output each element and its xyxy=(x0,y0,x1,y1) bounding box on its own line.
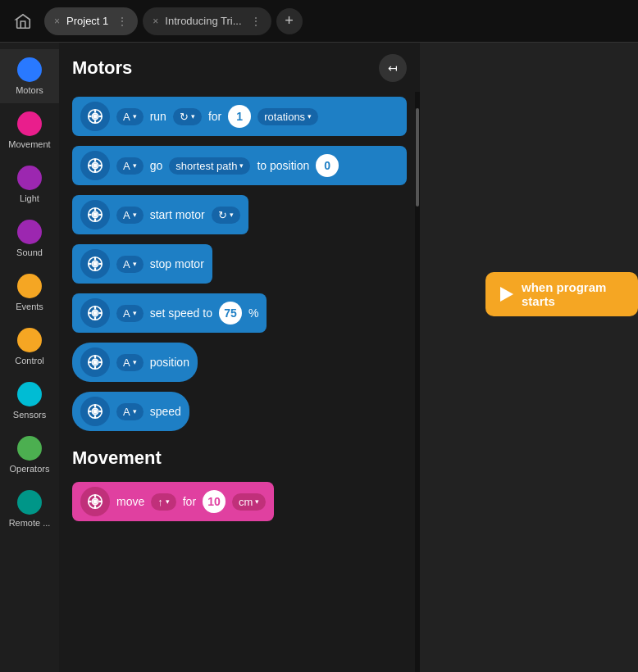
svg-point-23 xyxy=(93,262,97,266)
svg-point-9 xyxy=(93,164,97,167)
position-text: position xyxy=(150,356,189,369)
tab-close-project1[interactable]: × xyxy=(54,16,60,27)
motor-label-position: A xyxy=(123,356,130,369)
events-dot xyxy=(17,274,42,298)
sidebar-item-motors[interactable]: Motors xyxy=(0,49,59,103)
chevron-down-icon: ▾ xyxy=(133,358,137,366)
set-speed-block[interactable]: A ▾ set speed to 75 % xyxy=(72,293,267,333)
light-dot xyxy=(17,166,42,190)
motor-icon-speed xyxy=(80,298,110,328)
motor-a-dropdown-run[interactable]: A ▾ xyxy=(116,108,144,125)
percent-text: % xyxy=(248,306,258,320)
tab-introducing[interactable]: × Introducing Tri... ⋮ xyxy=(143,7,271,35)
blocks-panel: Motors ↤ xyxy=(59,43,420,672)
blocks-list: A ▾ run ↻ ▾ for 1 rotations ▾ xyxy=(59,90,420,672)
position-value[interactable]: 0 xyxy=(316,154,339,177)
sidebar-item-light[interactable]: Light xyxy=(0,157,59,211)
path-dropdown[interactable]: shortest path ▾ xyxy=(169,157,250,175)
sidebar-item-movement[interactable]: Movement xyxy=(0,103,59,157)
svg-point-2 xyxy=(93,115,97,118)
sidebar-item-events[interactable]: Events xyxy=(0,266,59,320)
tab-project1[interactable]: × Project 1 ⋮ xyxy=(44,7,138,35)
start-motor-block[interactable]: A ▾ start motor ↻ ▾ xyxy=(72,195,248,234)
motor-a-dropdown-speed[interactable]: A ▾ xyxy=(116,305,144,322)
direction-dropdown-start[interactable]: ↻ ▾ xyxy=(212,207,240,224)
rotations-label: rotations xyxy=(264,111,305,123)
chevron-down-icon: ▾ xyxy=(133,407,137,415)
collapse-icon: ↤ xyxy=(388,61,398,75)
run-block[interactable]: A ▾ run ↻ ▾ for 1 rotations ▾ xyxy=(72,97,407,136)
go-text: go xyxy=(150,159,163,172)
tab-close-introducing[interactable]: × xyxy=(153,16,158,27)
stop-motor-block[interactable]: A ▾ stop motor xyxy=(72,244,212,284)
canvas-area: when program starts xyxy=(420,43,638,672)
chevron-down-icon: ▾ xyxy=(133,211,137,219)
speed-value[interactable]: 75 xyxy=(219,302,242,325)
sidebar-label-remote: Remote ... xyxy=(9,518,51,528)
motor-a-dropdown-position[interactable]: A ▾ xyxy=(116,354,144,371)
motor-label-start: A xyxy=(123,209,130,221)
sidebar-item-remote[interactable]: Remote ... xyxy=(0,482,59,536)
unit-dropdown-move[interactable]: cm ▾ xyxy=(232,493,266,511)
direction-icon: ↻ xyxy=(180,111,189,123)
svg-point-37 xyxy=(93,361,97,364)
tab-menu-project1[interactable]: ⋮ xyxy=(116,15,128,28)
control-dot xyxy=(17,328,42,352)
sound-dot xyxy=(17,220,42,244)
add-tab-button[interactable]: + xyxy=(276,8,303,34)
position-block[interactable]: A ▾ position xyxy=(72,343,198,382)
motor-icon-move xyxy=(80,487,110,516)
for-text-run: for xyxy=(208,110,221,123)
operators-dot xyxy=(17,436,42,461)
motor-a-dropdown-go[interactable]: A ▾ xyxy=(116,157,144,175)
speed-display-block[interactable]: A ▾ speed xyxy=(72,392,189,431)
set-speed-text: set speed to xyxy=(150,306,212,320)
to-position-text: to position xyxy=(257,159,309,172)
move-block[interactable]: move ↑ ▾ for 10 cm ▾ xyxy=(72,482,274,521)
sidebar-label-light: Light xyxy=(20,193,39,203)
motor-a-dropdown-stop[interactable]: A ▾ xyxy=(116,256,144,273)
chevron-down-icon: ▾ xyxy=(255,497,259,506)
sensors-dot xyxy=(17,382,42,406)
sidebar-item-sound[interactable]: Sound xyxy=(0,211,59,266)
motor-label-go: A xyxy=(123,160,130,172)
when-program-starts-block[interactable]: when program starts xyxy=(485,272,638,316)
start-motor-text: start motor xyxy=(150,208,205,221)
remote-dot xyxy=(17,490,42,515)
direction-dropdown-run[interactable]: ↻ ▾ xyxy=(173,108,202,125)
main-layout: Motors Movement Light Sound Events Contr… xyxy=(0,43,638,672)
chevron-down-icon: ▾ xyxy=(191,112,195,120)
stop-motor-text: stop motor xyxy=(150,257,204,270)
sidebar-item-operators[interactable]: Operators xyxy=(0,428,59,482)
tab-label-project1: Project 1 xyxy=(66,15,108,27)
motor-icon-go xyxy=(80,151,110,180)
play-icon xyxy=(500,287,513,302)
sidebar-label-motors: Motors xyxy=(16,85,43,95)
sidebar-item-sensors[interactable]: Sensors xyxy=(0,374,59,428)
chevron-down-icon: ▾ xyxy=(133,112,137,120)
blocks-header: Motors ↤ xyxy=(59,43,420,90)
motor-icon-stop xyxy=(80,249,110,279)
direction-dropdown-move[interactable]: ↑ ▾ xyxy=(151,493,176,511)
chevron-down-icon: ▾ xyxy=(133,260,137,268)
for-text-move: for xyxy=(183,495,196,508)
rotations-value[interactable]: 1 xyxy=(228,105,251,128)
rotations-dropdown[interactable]: rotations ▾ xyxy=(257,108,318,125)
when-program-starts-text: when program starts xyxy=(522,280,623,308)
path-label: shortest path xyxy=(175,160,237,172)
motor-label-speed2: A xyxy=(123,406,130,418)
go-block[interactable]: A ▾ go shortest path ▾ to position 0 xyxy=(72,146,407,185)
up-arrow-icon: ↑ xyxy=(157,496,163,508)
speed-text2: speed xyxy=(150,405,181,418)
sidebar-item-control[interactable]: Control xyxy=(0,320,59,374)
sidebar-label-sound: Sound xyxy=(16,247,43,257)
motor-a-dropdown-start[interactable]: A ▾ xyxy=(116,207,144,224)
tab-menu-introducing[interactable]: ⋮ xyxy=(250,15,262,28)
home-button[interactable] xyxy=(7,5,39,38)
move-value[interactable]: 10 xyxy=(203,490,226,513)
motor-a-dropdown-speed2[interactable]: A ▾ xyxy=(116,403,144,420)
movement-dot xyxy=(17,111,42,136)
collapse-panel-button[interactable]: ↤ xyxy=(379,54,407,82)
sidebar-label-control: Control xyxy=(15,356,43,366)
motor-icon-speed2 xyxy=(80,397,110,426)
